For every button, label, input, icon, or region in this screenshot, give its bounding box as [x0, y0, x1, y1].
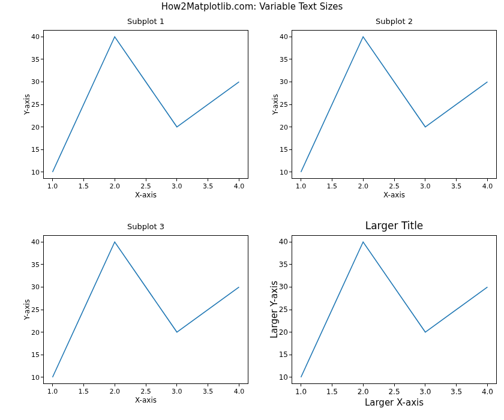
y-tick	[289, 355, 292, 355]
y-tick-label: 35	[25, 55, 40, 63]
x-tick-label: 1.5	[326, 388, 338, 396]
plot-title: Larger Title	[292, 220, 497, 232]
x-tick	[83, 384, 84, 386]
y-tick-label: 15	[274, 146, 288, 154]
x-tick-label: 2.0	[109, 388, 120, 395]
y-tick	[41, 149, 43, 150]
y-tick	[289, 82, 292, 82]
x-tick-label: 1.0	[295, 388, 307, 396]
y-tick-label: 35	[274, 55, 288, 63]
y-tick	[41, 377, 43, 377]
y-axis-label: Larger Y-axis	[269, 280, 280, 340]
x-tick	[239, 179, 239, 181]
y-tick-label: 10	[25, 373, 40, 381]
x-tick	[456, 179, 457, 181]
x-tick	[363, 384, 364, 386]
x-tick-label: 4.0	[482, 182, 493, 190]
x-tick-label: 2.5	[140, 388, 151, 395]
plot-title: Subplot 1	[43, 17, 248, 26]
x-tick-label: 3.0	[420, 182, 431, 190]
y-tick-label: 40	[274, 33, 288, 41]
y-tick-label: 15	[25, 351, 40, 359]
y-tick	[41, 287, 43, 287]
x-tick-label: 2.0	[358, 182, 368, 190]
x-tick-label: 2.5	[389, 182, 400, 190]
x-tick-label: 1.5	[79, 388, 89, 395]
y-axis-label: Y-axis	[23, 295, 31, 324]
x-tick-label: 3.0	[419, 388, 431, 396]
x-tick-label: 4.0	[234, 182, 245, 190]
x-tick	[301, 384, 301, 386]
x-tick-label: 3.5	[203, 182, 214, 190]
x-tick-label: 1.5	[327, 182, 338, 190]
figure-suptitle: How2Matplotlib.com: Variable Text Sizes	[0, 1, 504, 12]
y-tick	[41, 37, 43, 37]
x-tick-label: 3.0	[172, 182, 182, 190]
y-tick	[289, 332, 292, 332]
x-tick-label: 1.0	[296, 182, 307, 190]
x-tick	[208, 384, 208, 386]
y-tick	[289, 37, 292, 37]
x-tick-label: 3.5	[451, 388, 462, 396]
x-tick	[146, 179, 146, 181]
data-line	[53, 242, 239, 377]
x-tick	[52, 179, 53, 181]
y-tick	[41, 332, 43, 332]
x-tick-label: 3.5	[451, 182, 462, 190]
plot-svg	[292, 30, 497, 179]
subplot-1: Subplot 11.01.52.02.53.03.54.01015202530…	[43, 30, 248, 179]
x-tick	[208, 179, 208, 181]
x-tick	[363, 179, 364, 181]
x-tick-label: 3.5	[203, 388, 214, 395]
y-axis-label: Y-axis	[271, 90, 280, 119]
y-tick	[289, 127, 292, 127]
x-axis-label: Larger X-axis	[292, 397, 497, 408]
x-tick	[394, 384, 395, 386]
y-tick	[41, 82, 43, 82]
x-tick	[456, 384, 457, 386]
x-tick-label: 1.0	[47, 388, 58, 395]
y-tick	[289, 310, 292, 310]
x-tick	[239, 384, 239, 386]
y-tick-label: 40	[25, 238, 40, 246]
x-tick-label: 1.0	[47, 182, 58, 190]
x-tick	[176, 384, 177, 386]
y-tick	[41, 264, 43, 265]
y-tick	[41, 59, 43, 59]
y-tick	[289, 242, 292, 242]
y-tick-label: 20	[274, 123, 288, 131]
y-tick	[41, 242, 43, 242]
x-tick	[394, 179, 395, 181]
x-tick	[332, 384, 332, 386]
y-tick-label: 10	[274, 168, 288, 176]
y-tick-label: 15	[274, 350, 288, 359]
y-tick	[41, 172, 43, 172]
y-tick-label: 40	[25, 33, 40, 41]
x-tick	[83, 179, 84, 181]
data-line	[301, 242, 488, 377]
y-tick	[289, 287, 292, 287]
y-tick	[41, 104, 43, 105]
y-tick	[289, 104, 292, 105]
plot-title: Subplot 2	[292, 17, 497, 26]
y-tick-label: 40	[274, 238, 288, 246]
x-tick	[52, 384, 53, 386]
x-tick	[425, 179, 425, 181]
plot-svg	[43, 235, 248, 384]
y-tick	[289, 264, 292, 265]
y-tick-label: 30	[25, 283, 40, 291]
y-tick	[289, 377, 292, 377]
x-tick	[487, 384, 488, 386]
x-tick-label: 2.5	[388, 388, 400, 396]
y-tick-label: 10	[274, 373, 288, 382]
x-axis-label: X-axis	[43, 396, 248, 404]
y-tick-label: 10	[25, 168, 40, 176]
x-tick	[487, 179, 488, 181]
data-line	[301, 37, 488, 172]
y-tick-label: 15	[25, 146, 40, 154]
x-tick-label: 1.5	[79, 182, 89, 190]
y-tick-label: 35	[25, 260, 40, 268]
x-tick	[176, 179, 177, 181]
y-tick	[289, 149, 292, 150]
x-tick-label: 2.0	[109, 182, 120, 190]
